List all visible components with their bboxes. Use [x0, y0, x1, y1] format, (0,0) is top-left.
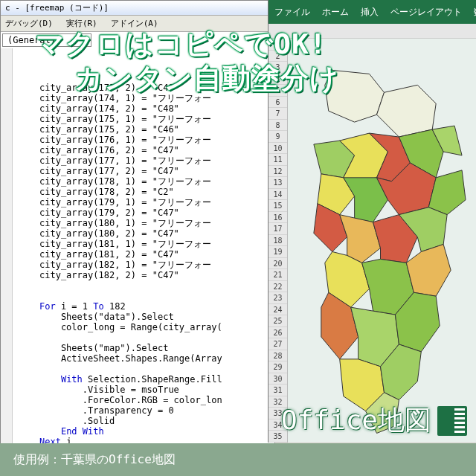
ribbon-tab[interactable]: ファイル — [268, 6, 316, 19]
brand-label: Office地図 — [281, 402, 467, 439]
overlay-headline-1: マクロはコピペでOK! — [36, 25, 327, 63]
ribbon-tab[interactable]: ページレイアウト — [385, 6, 468, 19]
overlay-headline-2: カンタン自動塗分け — [74, 60, 339, 97]
footer-caption: 使用例：千葉県のOffice地図 — [0, 443, 476, 476]
chiba-map — [288, 39, 476, 443]
map-sheet[interactable] — [288, 39, 476, 443]
ribbon-tab[interactable]: 数式 — [468, 6, 476, 19]
vbe-titlebar: c - [freemap (コード)] — [1, 1, 274, 16]
ribbon-tab[interactable]: 挿入 — [355, 6, 385, 19]
row-headers[interactable]: 1234567891011121314151617181920212223242… — [268, 39, 288, 443]
code-editor[interactable]: city_array(173, 2) = "C48" city_array(17… — [1, 48, 274, 465]
ribbon-tab[interactable]: ホーム — [316, 6, 355, 19]
code-gutter — [1, 48, 13, 465]
excel-ribbon: ファイルホーム挿入ページレイアウト数式データ校閲 — [268, 0, 476, 24]
excel-icon — [437, 406, 467, 436]
